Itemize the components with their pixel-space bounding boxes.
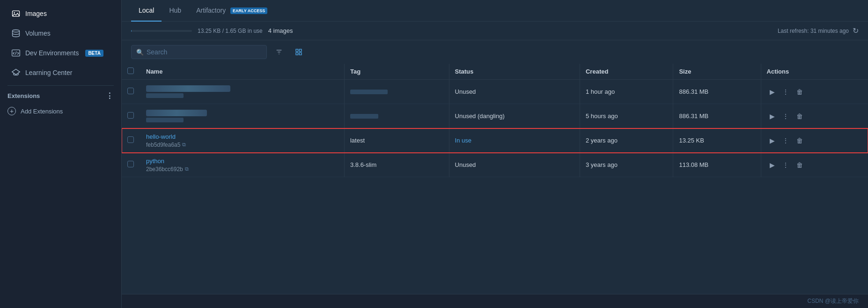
learning-icon bbox=[11, 68, 21, 77]
name-primary: hello-world bbox=[146, 133, 338, 140]
storage-text: 13.25 KB / 1.65 GB in use bbox=[198, 28, 263, 34]
row-name-cell bbox=[140, 80, 344, 104]
row-size-cell: 886.31 MB bbox=[673, 104, 761, 128]
more-actions-button[interactable]: ⋮ bbox=[780, 159, 792, 171]
beta-badge: BETA bbox=[85, 50, 103, 57]
sidebar-item-images[interactable]: Images bbox=[4, 4, 118, 23]
status-badge: Unused bbox=[455, 161, 476, 168]
run-button[interactable]: ▶ bbox=[767, 135, 778, 146]
svg-point-1 bbox=[14, 12, 15, 14]
row-created-cell: 1 hour ago bbox=[580, 80, 673, 104]
refresh-button[interactable]: ↻ bbox=[853, 26, 859, 35]
add-extensions-icon: + bbox=[7, 107, 16, 115]
run-button[interactable]: ▶ bbox=[767, 86, 778, 98]
volume-icon bbox=[11, 29, 21, 38]
sidebar-item-dev-label: Dev Environments bbox=[25, 49, 79, 57]
row-name-cell bbox=[140, 104, 344, 128]
filter-button[interactable] bbox=[272, 46, 287, 58]
sidebar-item-dev-environments[interactable]: Dev Environments BETA bbox=[4, 44, 118, 62]
image-hash: feb5d9fea6a5 bbox=[146, 142, 180, 148]
delete-button[interactable]: 🗑 bbox=[794, 111, 806, 122]
th-created: Created bbox=[580, 64, 673, 80]
image-tag: 3.8.6-slim bbox=[350, 161, 376, 168]
name-primary: python bbox=[146, 158, 338, 165]
storage-bar-bg bbox=[131, 30, 192, 32]
svg-rect-9 bbox=[296, 53, 298, 55]
search-input[interactable] bbox=[147, 48, 262, 56]
search-box[interactable]: 🔍 bbox=[131, 45, 267, 59]
th-tag: Tag bbox=[344, 64, 449, 80]
row-checkbox[interactable] bbox=[127, 88, 134, 94]
name-secondary bbox=[146, 118, 338, 122]
more-actions-button[interactable]: ⋮ bbox=[780, 111, 792, 122]
row-actions-cell: ▶⋮🗑 bbox=[761, 128, 868, 153]
select-all-checkbox[interactable] bbox=[127, 68, 134, 74]
table-body: Unused1 hour ago886.31 MB▶⋮🗑Unused (dang… bbox=[122, 80, 868, 177]
last-refresh-text: Last refresh: 31 minutes ago bbox=[778, 28, 849, 34]
sidebar-item-volumes[interactable]: Volumes bbox=[4, 24, 118, 43]
svg-rect-10 bbox=[299, 53, 302, 55]
status-badge: Unused (dangling) bbox=[455, 113, 505, 120]
status-badge: In use bbox=[455, 137, 471, 144]
name-secondary: feb5d9fea6a5⧉ bbox=[146, 142, 338, 148]
add-extensions-item[interactable]: + Add Extensions bbox=[0, 103, 121, 119]
grid-view-button[interactable] bbox=[291, 46, 306, 58]
search-row: 🔍 bbox=[122, 40, 868, 64]
row-actions-cell: ▶⋮🗑 bbox=[761, 153, 868, 177]
storage-bar bbox=[131, 30, 192, 32]
th-actions: Actions bbox=[761, 64, 868, 80]
tag-blurred bbox=[350, 90, 388, 94]
name-primary bbox=[146, 85, 338, 92]
copy-hash-button[interactable]: ⧉ bbox=[182, 142, 186, 148]
more-actions-button[interactable]: ⋮ bbox=[780, 135, 792, 146]
name-cell-inner: python2be36bcc692b⧉ bbox=[146, 158, 338, 173]
tab-bar: Local Hub Artifactory EARLY ACCESS bbox=[122, 0, 868, 22]
actions-cell-inner: ▶⋮🗑 bbox=[767, 159, 862, 171]
tab-local[interactable]: Local bbox=[131, 0, 162, 22]
more-actions-button[interactable]: ⋮ bbox=[780, 86, 792, 98]
image-tag: latest bbox=[350, 137, 365, 144]
run-button[interactable]: ▶ bbox=[767, 159, 778, 171]
svg-point-2 bbox=[13, 30, 20, 32]
tag-blurred bbox=[350, 114, 378, 119]
actions-cell-inner: ▶⋮🗑 bbox=[767, 135, 862, 146]
add-extensions-label: Add Extensions bbox=[21, 108, 63, 115]
row-tag-cell bbox=[344, 80, 449, 104]
row-checkbox-cell bbox=[122, 153, 140, 177]
tab-artifactory[interactable]: Artifactory EARLY ACCESS bbox=[189, 0, 275, 22]
images-count: 4 images bbox=[268, 27, 293, 34]
sidebar: Images Volumes Dev Environments BETA bbox=[0, 0, 122, 308]
table-row: hello-worldfeb5d9fea6a5⧉latestIn use2 ye… bbox=[122, 128, 868, 153]
footer: CSDN @读上帝爱你 bbox=[122, 294, 868, 308]
row-name-cell: python2be36bcc692b⧉ bbox=[140, 153, 344, 177]
search-icon: 🔍 bbox=[136, 49, 144, 56]
tab-hub[interactable]: Hub bbox=[162, 0, 189, 22]
th-size: Size bbox=[673, 64, 761, 80]
name-cell-inner: hello-worldfeb5d9fea6a5⧉ bbox=[146, 133, 338, 148]
row-actions-cell: ▶⋮🗑 bbox=[761, 104, 868, 128]
image-hash: 2be36bcc692b bbox=[146, 166, 183, 173]
sidebar-item-learning-center[interactable]: Learning Center bbox=[4, 63, 118, 82]
svg-rect-7 bbox=[296, 49, 298, 52]
delete-button[interactable]: 🗑 bbox=[794, 86, 806, 98]
sidebar-item-volumes-label: Volumes bbox=[25, 30, 51, 37]
table-row: Unused (dangling)5 hours ago886.31 MB▶⋮🗑 bbox=[122, 104, 868, 128]
copy-hash-button[interactable]: ⧉ bbox=[185, 166, 189, 172]
run-button[interactable]: ▶ bbox=[767, 111, 778, 122]
images-table: Name Tag Status Created Size Actions Unu… bbox=[122, 64, 868, 177]
th-name: Name bbox=[140, 64, 344, 80]
row-checkbox[interactable] bbox=[127, 161, 134, 167]
delete-button[interactable]: 🗑 bbox=[794, 159, 806, 171]
image-name-link[interactable]: python bbox=[146, 158, 164, 165]
footer-text: CSDN @读上帝爱你 bbox=[807, 298, 859, 304]
row-checkbox[interactable] bbox=[127, 136, 134, 143]
name-secondary: 2be36bcc692b⧉ bbox=[146, 166, 338, 173]
row-created-cell: 2 years ago bbox=[580, 128, 673, 153]
delete-button[interactable]: 🗑 bbox=[794, 135, 806, 146]
row-size-cell: 113.08 MB bbox=[673, 153, 761, 177]
image-name-link[interactable]: hello-world bbox=[146, 133, 176, 140]
name-cell-inner bbox=[146, 110, 338, 122]
row-checkbox-cell bbox=[122, 80, 140, 104]
extensions-menu-button[interactable]: ⋮ bbox=[106, 91, 114, 100]
row-checkbox[interactable] bbox=[127, 112, 134, 119]
